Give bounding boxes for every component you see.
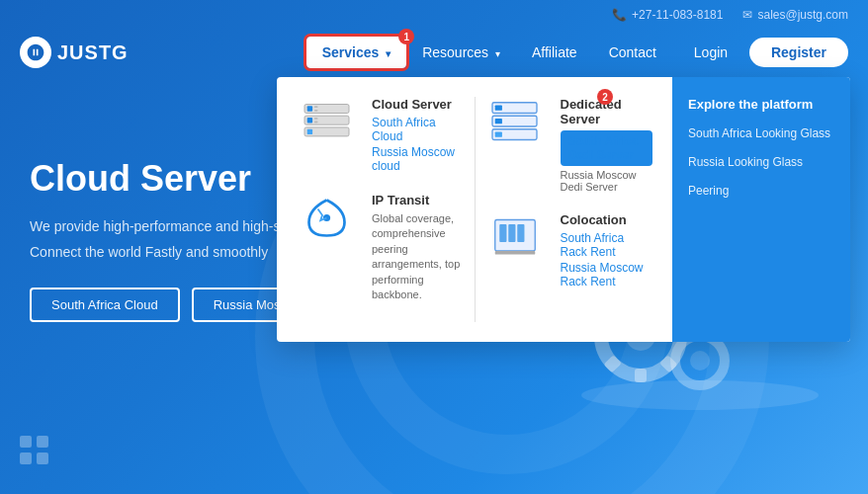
dedicated-server-info: Dedicated Server South Africa Dedi Serve… [561, 97, 653, 193]
navbar: JUSTG Services ▾ 1 Resources ▾ Affiliate… [0, 28, 868, 77]
right-menu: Explore the platform South Africa Lookin… [688, 97, 834, 199]
dropdown-cols: Cloud Server South Africa Cloud Russia M… [297, 97, 652, 322]
svg-rect-7 [313, 121, 317, 123]
svg-rect-16 [495, 131, 502, 136]
affiliate-label: Affiliate [532, 44, 577, 60]
deco-squares [20, 436, 48, 464]
svg-rect-5 [306, 118, 311, 123]
logo[interactable]: JUSTG [20, 37, 129, 68]
email-info: ✉ sales@justg.com [742, 8, 848, 22]
svg-rect-21 [494, 251, 535, 255]
cloud-server-info: Cloud Server South Africa Cloud Russia M… [372, 97, 465, 173]
email-address: sales@justg.com [757, 8, 848, 22]
cloud-server-section: Cloud Server South Africa Cloud Russia M… [297, 97, 465, 173]
south-africa-cloud-link[interactable]: South Africa Cloud [372, 116, 465, 143]
russia-moscow-cloud-link[interactable]: Russia Moscow cloud [372, 145, 465, 173]
phone-info: 📞 +27-11-083-8181 [612, 8, 723, 22]
svg-rect-19 [508, 224, 515, 242]
services-label: Services [322, 44, 380, 60]
south-africa-dedi-link[interactable]: South Africa Dedi Server [561, 130, 653, 166]
svg-rect-6 [313, 118, 317, 120]
nav-resources[interactable]: Resources ▾ [406, 37, 516, 68]
colocation-section: Colocation South Africa Rack Rent Russia… [485, 212, 653, 288]
contact-label: Contact [609, 44, 656, 60]
rack-rent-link[interactable]: South Africa Rack Rent [561, 231, 653, 259]
email-icon: ✉ [742, 8, 752, 22]
nav-services[interactable]: Services ▾ 1 [306, 37, 407, 68]
dedicated-badge: 2 [597, 89, 613, 105]
svg-rect-2 [313, 106, 317, 108]
hero-section: 📞 +27-11-083-8181 ✉ sales@justg.com JUST… [0, 0, 868, 494]
south-africa-glass-item[interactable]: South Africa Looking Glass [688, 125, 834, 142]
colocation-icon [485, 212, 545, 262]
dedicated-server-section: Dedicated Server South Africa Dedi Serve… [485, 97, 653, 193]
svg-rect-18 [499, 224, 506, 242]
svg-point-43 [690, 351, 710, 370]
svg-rect-12 [495, 105, 502, 110]
btn1-label: South Africa Cloud [51, 297, 158, 312]
svg-rect-3 [313, 109, 317, 111]
svg-rect-9 [306, 128, 311, 133]
ip-transit-icon [297, 193, 356, 242]
dropdown-divider [475, 97, 476, 322]
colocation-title: Colocation [561, 212, 653, 227]
explore-title: Explore the platform [688, 97, 834, 112]
russia-dedi-link[interactable]: Russia Moscow Dedi Server [561, 169, 653, 193]
russia-glass-item[interactable]: Russia Looking Glass [688, 154, 834, 171]
phone-icon: 📞 [612, 8, 627, 22]
svg-rect-1 [306, 106, 311, 111]
svg-rect-14 [495, 118, 502, 123]
topbar: 📞 +27-11-083-8181 ✉ sales@justg.com [592, 0, 868, 30]
logo-icon [20, 37, 51, 68]
logo-text: JUSTG [57, 41, 129, 64]
login-label: Login [694, 44, 728, 60]
resources-chevron: ▾ [495, 48, 500, 59]
nav-links: Services ▾ 1 Resources ▾ Affiliate Conta… [306, 37, 672, 68]
svg-rect-39 [604, 355, 622, 372]
nav-contact[interactable]: Contact [593, 37, 672, 68]
dedicated-server-icon [485, 97, 545, 146]
services-chevron: ▾ [386, 48, 391, 59]
resources-label: Resources [422, 44, 488, 60]
phone-number: +27-11-083-8181 [632, 8, 723, 22]
svg-rect-20 [517, 224, 524, 242]
services-dropdown: Cloud Server South Africa Cloud Russia M… [277, 77, 850, 342]
ip-transit-title: IP Transit [372, 193, 465, 207]
register-button[interactable]: Register [749, 38, 848, 67]
moscow-rack-link[interactable]: Russia Moscow Rack Rent [561, 261, 653, 288]
ip-transit-desc: Global coverage, comprehensive peering a… [372, 211, 465, 302]
nav-affiliate[interactable]: Affiliate [516, 37, 593, 68]
nav-login[interactable]: Login [678, 37, 743, 68]
ip-transit-info: IP Transit Global coverage, comprehensiv… [372, 193, 465, 302]
peering-item[interactable]: Peering [688, 183, 834, 200]
svg-point-50 [581, 380, 819, 410]
dropdown-col-2: Dedicated Server South Africa Dedi Serve… [485, 97, 653, 322]
ip-transit-section: IP Transit Global coverage, comprehensiv… [297, 193, 465, 302]
dropdown-left: Cloud Server South Africa Cloud Russia M… [277, 77, 672, 342]
south-africa-cloud-button[interactable]: South Africa Cloud [30, 288, 180, 322]
dropdown-right-panel: Explore the platform South Africa Lookin… [672, 77, 850, 342]
svg-rect-38 [635, 369, 647, 382]
dropdown-col-1: Cloud Server South Africa Cloud Russia M… [297, 97, 465, 322]
cloud-server-title: Cloud Server [372, 97, 465, 112]
cloud-server-icon [297, 97, 356, 146]
colocation-info: Colocation South Africa Rack Rent Russia… [561, 212, 653, 288]
register-label: Register [771, 44, 826, 60]
